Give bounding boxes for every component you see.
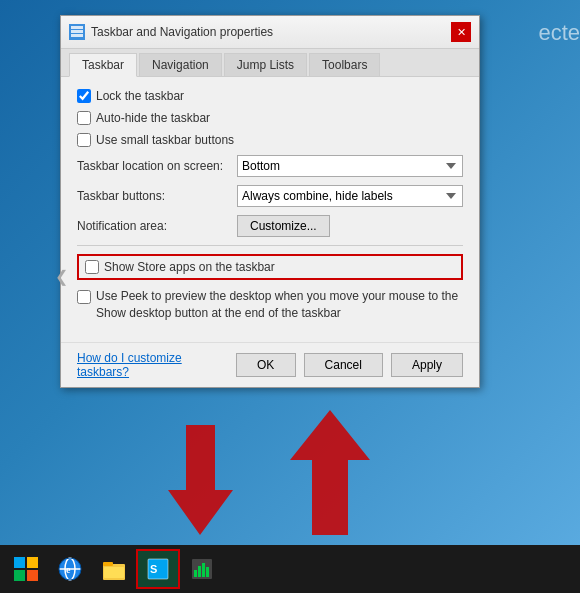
taskmanager-icon: [188, 555, 216, 583]
peek-label[interactable]: Use Peek to preview the desktop when you…: [77, 288, 463, 322]
lock-taskbar-checkbox[interactable]: [77, 89, 91, 103]
svg-rect-15: [103, 562, 113, 566]
divider-1: [77, 245, 463, 246]
svg-rect-0: [71, 26, 83, 29]
tab-navigation[interactable]: Navigation: [139, 53, 222, 76]
svg-rect-16: [104, 567, 124, 578]
autohide-row: Auto-hide the taskbar: [77, 111, 463, 125]
taskbar-store-button[interactable]: S: [136, 549, 180, 589]
taskbar-start-button[interactable]: [4, 549, 48, 589]
show-store-apps-highlighted-row: Show Store apps on the taskbar: [77, 254, 463, 280]
windows-logo-icon: [12, 555, 40, 583]
taskbar-location-row: Taskbar location on screen: Bottom Top L…: [77, 155, 463, 177]
dialog-title: Taskbar and Navigation properties: [91, 25, 273, 39]
dialog-footer: How do I customize taskbars? OK Cancel A…: [61, 342, 479, 387]
taskbar-ie-button[interactable]: e: [48, 549, 92, 589]
lock-taskbar-row: Lock the taskbar: [77, 89, 463, 103]
svg-rect-22: [198, 566, 201, 577]
dialog-content: Lock the taskbar Auto-hide the taskbar U…: [61, 77, 479, 342]
peek-text: Use Peek to preview the desktop when you…: [96, 288, 458, 322]
title-area: Taskbar and Navigation properties: [69, 24, 273, 40]
dialog-close-button[interactable]: ✕: [451, 22, 471, 42]
footer-buttons: OK Cancel Apply: [236, 353, 463, 377]
autohide-checkbox[interactable]: [77, 111, 91, 125]
tab-toolbars[interactable]: Toolbars: [309, 53, 380, 76]
dialog-icon: [69, 24, 85, 40]
svg-rect-8: [27, 570, 38, 581]
taskbar-explorer-button[interactable]: [92, 549, 136, 589]
svg-rect-6: [27, 557, 38, 568]
tab-jump-lists[interactable]: Jump Lists: [224, 53, 307, 76]
notification-area-row: Notification area: Customize...: [77, 215, 463, 237]
small-buttons-label[interactable]: Use small taskbar buttons: [77, 133, 234, 147]
ie-icon: e: [56, 555, 84, 583]
svg-rect-23: [202, 563, 205, 577]
taskbar-properties-dialog: Taskbar and Navigation properties ✕ Task…: [60, 15, 480, 388]
peek-checkbox-row: Use Peek to preview the desktop when you…: [77, 288, 463, 322]
taskbar: e S: [0, 545, 580, 593]
apply-button[interactable]: Apply: [391, 353, 463, 377]
tab-taskbar[interactable]: Taskbar: [69, 53, 137, 77]
taskbar-taskmanager-button[interactable]: [180, 549, 224, 589]
dialog-overlay: Taskbar and Navigation properties ✕ Task…: [0, 0, 580, 545]
small-buttons-row: Use small taskbar buttons: [77, 133, 463, 147]
dialog-titlebar: Taskbar and Navigation properties ✕: [61, 16, 479, 49]
peek-checkbox[interactable]: [77, 290, 91, 304]
svg-rect-21: [194, 570, 197, 577]
ok-button[interactable]: OK: [236, 353, 296, 377]
autohide-text: Auto-hide the taskbar: [96, 111, 210, 125]
small-buttons-checkbox[interactable]: [77, 133, 91, 147]
taskbar-location-label: Taskbar location on screen:: [77, 159, 237, 173]
taskbar-buttons-select[interactable]: Always combine, hide labels Combine when…: [237, 185, 463, 207]
show-store-apps-text: Show Store apps on the taskbar: [104, 260, 275, 274]
lock-taskbar-text: Lock the taskbar: [96, 89, 184, 103]
lock-taskbar-label[interactable]: Lock the taskbar: [77, 89, 184, 103]
customize-button[interactable]: Customize...: [237, 215, 330, 237]
taskbar-location-select[interactable]: Bottom Top Left Right: [237, 155, 463, 177]
store-icon: S: [144, 555, 172, 583]
svg-text:e: e: [66, 564, 71, 575]
show-store-apps-label[interactable]: Show Store apps on the taskbar: [85, 260, 275, 274]
customize-taskbars-link[interactable]: How do I customize taskbars?: [77, 351, 236, 379]
svg-text:S: S: [150, 563, 157, 575]
taskbar-buttons-row: Taskbar buttons: Always combine, hide la…: [77, 185, 463, 207]
notification-area-label: Notification area:: [77, 219, 237, 233]
svg-rect-24: [206, 567, 209, 577]
cancel-button[interactable]: Cancel: [304, 353, 383, 377]
autohide-label[interactable]: Auto-hide the taskbar: [77, 111, 210, 125]
small-buttons-text: Use small taskbar buttons: [96, 133, 234, 147]
svg-rect-7: [14, 570, 25, 581]
svg-rect-5: [14, 557, 25, 568]
show-store-apps-checkbox[interactable]: [85, 260, 99, 274]
svg-rect-2: [71, 34, 83, 37]
dialog-tabs: Taskbar Navigation Jump Lists Toolbars: [61, 49, 479, 77]
file-explorer-icon: [100, 555, 128, 583]
taskbar-buttons-label: Taskbar buttons:: [77, 189, 237, 203]
svg-rect-1: [71, 30, 83, 33]
